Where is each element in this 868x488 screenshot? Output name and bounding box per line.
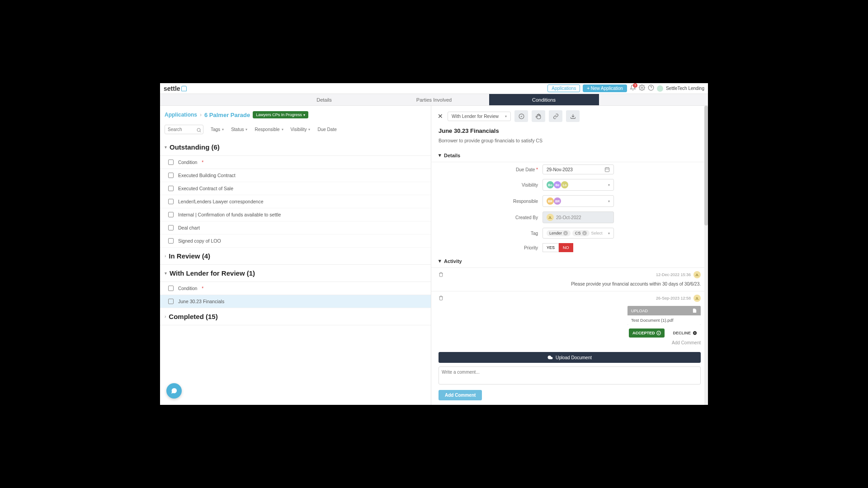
condition-row[interactable]: Lender/Lenders Lawyer correspondence — [160, 195, 431, 208]
visibility-select[interactable]: Bo Be Lo ▾ — [542, 179, 614, 191]
delete-activity-button[interactable] — [439, 271, 443, 279]
add-comment-button[interactable]: Add Comment — [439, 390, 482, 400]
remove-tag-icon[interactable]: × — [582, 231, 587, 235]
help-button[interactable] — [648, 84, 654, 93]
breadcrumb: Applications › 6 Palmer Parade Lawyers C… — [160, 106, 431, 122]
decline-button[interactable]: DECLINE — [669, 328, 701, 338]
chat-icon — [170, 387, 178, 394]
condition-row[interactable]: June 30.23 Financials — [160, 295, 431, 308]
check-circle-icon — [656, 331, 661, 335]
activity-item: 12-Dec-2022 15:36JL Please provide your … — [431, 268, 708, 291]
chevron-down-icon: ▾ — [439, 258, 441, 264]
field-label: Due Date — [516, 167, 535, 172]
filter-status[interactable]: Status▾ — [231, 127, 247, 132]
select-all-checkbox[interactable] — [168, 286, 174, 291]
add-comment-link[interactable]: Add Comment — [439, 338, 701, 345]
due-date-input[interactable]: 29-Nov-2023 — [542, 164, 614, 174]
column-header: Condition — [178, 286, 197, 291]
tag-select[interactable]: Lender× CS× Select ▾ — [542, 228, 614, 239]
chevron-down-icon: ▾ — [505, 114, 507, 118]
section-in-review[interactable]: › In Review (4) — [160, 248, 431, 265]
comment-input[interactable] — [439, 366, 701, 385]
avatar-chip: Be — [554, 181, 561, 188]
org-name[interactable]: SettleTech Lending — [666, 86, 704, 91]
breadcrumb-title[interactable]: 6 Palmer Parade — [204, 112, 250, 118]
section-with-lender[interactable]: ▾ With Lender for Review (1) — [160, 265, 431, 282]
select-all-checkbox[interactable] — [168, 160, 174, 165]
filter-tags[interactable]: Tags▾ — [211, 127, 224, 132]
tag-chip: CS× — [572, 230, 590, 236]
upload-document-button[interactable]: Upload Document — [439, 352, 701, 363]
scrollbar-thumb[interactable] — [704, 106, 708, 225]
visibility-row: Visibility Bo Be Lo ▾ — [431, 177, 708, 193]
application-status-dropdown[interactable]: Lawyers CPs In Progress ▾ — [253, 111, 308, 118]
condition-row[interactable]: Signed copy of LOO — [160, 235, 431, 248]
file-icon — [692, 308, 697, 313]
remove-tag-icon[interactable]: × — [563, 231, 568, 235]
due-date-row: Due Date * 29-Nov-2023 — [431, 162, 708, 177]
condition-row[interactable]: Executed Contract of Sale — [160, 182, 431, 195]
priority-no-button[interactable]: NO — [559, 243, 573, 252]
filter-due-date[interactable]: Due Date — [317, 127, 336, 132]
section-completed[interactable]: › Completed (15) — [160, 308, 431, 325]
section-outstanding[interactable]: ▾ Outstanding (6) — [160, 139, 431, 156]
condition-name: Executed Building Contract — [178, 173, 236, 178]
tab-details[interactable]: Details — [269, 94, 379, 105]
panel-title: Details — [444, 153, 460, 158]
column-header: Condition — [178, 160, 197, 165]
notifications-button[interactable]: 3 — [630, 84, 636, 93]
panel-title: Activity — [444, 258, 462, 264]
accepted-button[interactable]: ACCEPTED — [629, 328, 665, 338]
details-panel-header[interactable]: ▾ Details — [431, 149, 708, 162]
approve-button[interactable] — [514, 110, 528, 122]
close-button[interactable]: ✕ — [437, 113, 444, 120]
logo-text: settle — [164, 85, 180, 92]
created-by-field: JL 20-Oct-2022 — [542, 211, 614, 223]
topbar: settle Applications + New Application 3 … — [160, 83, 708, 94]
main: Applications › 6 Palmer Parade Lawyers C… — [160, 106, 708, 405]
left-pane: Applications › 6 Palmer Parade Lawyers C… — [160, 106, 431, 405]
checkbox[interactable] — [168, 199, 174, 204]
activity-panel-header[interactable]: ▾ Activity — [431, 254, 708, 268]
chevron-down-icon: ▾ — [303, 113, 305, 117]
condition-row[interactable]: Internal | Confirmation of funds availab… — [160, 208, 431, 221]
org-avatar — [657, 85, 663, 92]
responsible-select[interactable]: BR BR ▾ — [542, 195, 614, 207]
avatar-chip: JL — [693, 295, 701, 302]
checkbox[interactable] — [168, 238, 174, 244]
applications-button[interactable]: Applications — [547, 84, 580, 92]
help-icon — [648, 84, 654, 91]
download-button[interactable] — [566, 110, 580, 122]
condition-status-dropdown[interactable]: With Lender for Review ▾ — [448, 112, 511, 121]
checkbox[interactable] — [168, 173, 174, 178]
condition-row[interactable]: Executed Building Contract — [160, 169, 431, 182]
reject-button[interactable] — [532, 110, 545, 122]
delete-activity-button[interactable] — [439, 294, 443, 302]
checkbox[interactable] — [168, 186, 174, 191]
checkbox[interactable] — [168, 212, 174, 217]
condition-name: Lender/Lenders Lawyer correspondence — [178, 199, 264, 204]
avatar-chip: BR — [554, 197, 561, 205]
condition-row[interactable]: Deal chart — [160, 221, 431, 235]
checkbox[interactable] — [168, 225, 174, 230]
uploaded-file-name[interactable]: Test Document (1).pdf — [627, 315, 701, 325]
priority-row: Priority YES NO — [431, 241, 708, 254]
tab-parties-involved[interactable]: Parties Involved — [379, 94, 489, 105]
filter-row: Tags▾ Status▾ Responsible▾ Visibility▾ D… — [160, 122, 431, 139]
copy-link-button[interactable] — [549, 110, 562, 122]
filter-visibility[interactable]: Visibility▾ — [291, 127, 311, 132]
activity-list: 12-Dec-2022 15:36JL Please provide your … — [431, 268, 708, 348]
scrollbar[interactable] — [704, 106, 708, 405]
filter-responsible[interactable]: Responsible▾ — [255, 127, 283, 132]
field-label: Responsible — [439, 199, 538, 204]
settings-button[interactable] — [639, 84, 645, 93]
tab-conditions[interactable]: Conditions — [489, 94, 599, 105]
field-label: Tag — [439, 231, 538, 236]
chat-widget-button[interactable] — [166, 383, 182, 399]
checkbox[interactable] — [168, 299, 174, 304]
condition-name: Deal chart — [178, 225, 200, 230]
new-application-button[interactable]: + New Application — [583, 84, 627, 92]
breadcrumb-root[interactable]: Applications — [165, 112, 197, 118]
svg-point-2 — [197, 128, 200, 131]
priority-yes-button[interactable]: YES — [542, 243, 559, 252]
